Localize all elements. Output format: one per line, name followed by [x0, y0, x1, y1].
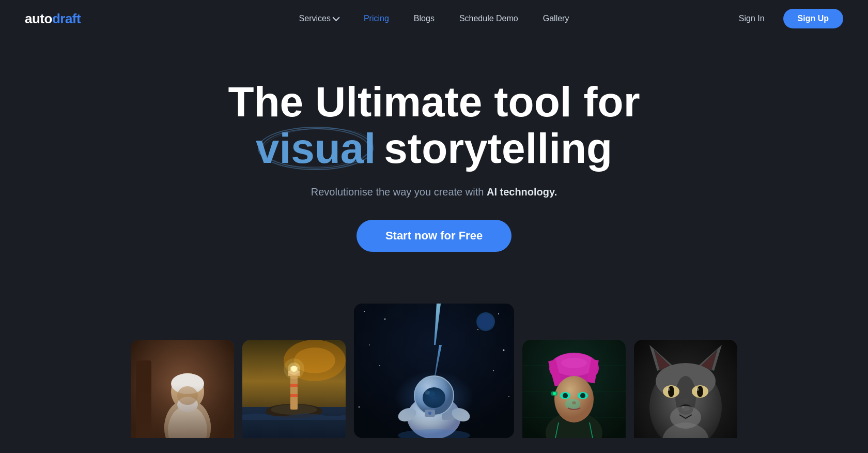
svg-point-4	[168, 405, 207, 438]
hero-title-line1: The Ultimate tool for	[228, 79, 640, 125]
svg-point-88	[696, 388, 699, 391]
svg-point-33	[508, 396, 509, 397]
svg-point-3	[164, 399, 211, 438]
svg-point-30	[379, 365, 380, 366]
svg-rect-21	[290, 384, 298, 387]
hero-storytelling-word: storytelling	[384, 125, 612, 172]
wolf-image	[634, 340, 737, 438]
svg-point-20	[284, 358, 304, 379]
svg-point-49	[428, 412, 431, 415]
hero-section: The Ultimate tool for visual storytellin…	[0, 37, 868, 283]
svg-point-32	[359, 406, 360, 408]
svg-point-42	[450, 406, 472, 424]
old-man-image	[131, 340, 234, 438]
hero-visual-word: visual	[256, 125, 376, 172]
cyberpunk-image	[522, 340, 626, 438]
gallery-card-astronaut	[354, 304, 514, 438]
navbar: autodraft Services Pricing Blogs Schedul…	[0, 0, 868, 37]
nav-blogs[interactable]: Blogs	[414, 14, 435, 23]
nav-links: Services Pricing Blogs Schedule Demo Gal…	[299, 14, 569, 23]
svg-point-85	[668, 386, 674, 397]
hero-subtitle-strong: AI technology.	[487, 186, 557, 198]
gallery-section	[0, 304, 868, 438]
hero-title: The Ultimate tool for visual storytellin…	[228, 79, 640, 172]
svg-point-7	[177, 397, 198, 412]
svg-point-27	[477, 329, 478, 330]
nav-services[interactable]: Services	[299, 14, 339, 23]
svg-point-44	[414, 376, 454, 415]
logo-auto: auto	[25, 11, 52, 27]
logo-draft: draft	[52, 11, 81, 27]
svg-point-43	[414, 376, 454, 415]
svg-point-86	[697, 386, 703, 397]
svg-point-45	[423, 387, 445, 408]
lighthouse-image	[242, 340, 346, 438]
svg-point-26	[498, 313, 499, 314]
logo[interactable]: autodraft	[25, 11, 81, 27]
nav-pricing[interactable]: Pricing	[364, 14, 389, 23]
svg-point-25	[384, 319, 386, 320]
svg-point-8	[177, 386, 198, 405]
svg-point-47	[425, 390, 430, 395]
svg-point-38	[420, 389, 451, 399]
nav-gallery[interactable]: Gallery	[543, 14, 569, 23]
svg-point-67	[563, 393, 568, 398]
svg-point-69	[572, 401, 576, 404]
svg-point-41	[396, 406, 418, 424]
svg-point-65	[565, 399, 581, 410]
svg-point-72	[561, 358, 587, 368]
svg-point-31	[493, 370, 494, 371]
svg-point-2	[164, 399, 211, 438]
svg-point-29	[503, 350, 505, 351]
svg-rect-22	[290, 394, 298, 397]
svg-rect-0	[131, 340, 234, 438]
nav-schedule-demo[interactable]: Schedule Demo	[459, 14, 518, 23]
signin-button[interactable]: Sign In	[731, 10, 773, 27]
hero-subtitle: Revolutionise the way you create with AI…	[311, 186, 557, 198]
svg-point-87	[667, 388, 670, 391]
svg-point-68	[580, 393, 585, 398]
svg-rect-40	[442, 404, 455, 420]
gallery-card-old-man	[131, 340, 234, 438]
svg-point-28	[369, 344, 370, 345]
svg-rect-1	[136, 360, 151, 438]
svg-point-46	[427, 390, 435, 397]
cta-button[interactable]: Start now for Free	[357, 220, 512, 252]
gallery-card-wolf	[634, 340, 737, 438]
nav-actions: Sign In Sign Up	[731, 9, 843, 28]
gallery-card-cyberpunk	[522, 340, 626, 438]
signup-button[interactable]: Sign Up	[783, 9, 843, 28]
svg-point-71	[553, 392, 556, 395]
svg-rect-48	[425, 410, 435, 417]
gallery-card-lighthouse	[242, 340, 346, 438]
chevron-down-icon	[333, 14, 340, 21]
visual-ellipse-decoration	[261, 128, 370, 169]
svg-point-6	[171, 373, 204, 394]
svg-point-35	[478, 314, 493, 329]
svg-point-24	[364, 311, 365, 312]
astronaut-image	[354, 304, 514, 438]
hero-title-row2: visual storytelling	[228, 125, 640, 172]
